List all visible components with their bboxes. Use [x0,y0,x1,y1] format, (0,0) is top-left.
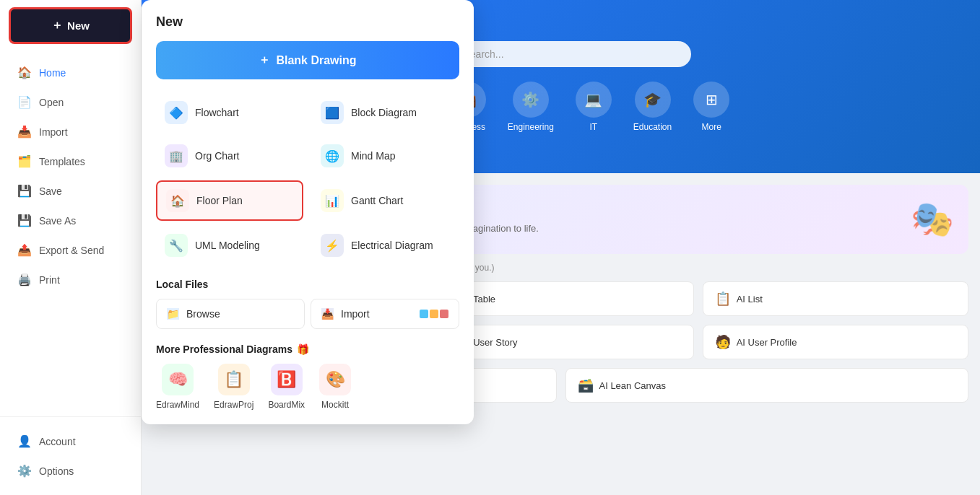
mind-map-label: Mind Map [351,150,395,162]
save-as-icon: 💾 [17,214,32,227]
import-icon: 📥 [17,125,32,139]
pro-app-boardmix[interactable]: 🅱️ BoardMix [268,364,305,410]
diagram-type-grid: 🔷 Flowchart 🟦 Block Diagram 🏢 Org Chart … [156,94,459,264]
gantt-chart-icon: 📊 [321,189,344,212]
templates-icon: 🗂️ [17,154,32,168]
dropdown-title: New [156,14,459,30]
gift-icon: 🎁 [297,343,309,355]
pro-app-edrawproj[interactable]: 📋 EdrawProj [214,364,253,410]
dot-3 [440,310,448,318]
electrical-diagram-icon: ⚡ [321,234,344,257]
education-label: Education [633,122,672,132]
print-icon: 🖨️ [17,273,32,286]
browse-icon: 📁 [167,308,179,320]
menu-item-org-chart[interactable]: 🏢 Org Chart [156,137,303,175]
sidebar-item-save-as[interactable]: 💾 Save As [6,206,135,235]
import-button[interactable]: 📥 Import [311,299,459,329]
sidebar-item-home-label: Home [39,67,66,79]
blank-drawing-plus-icon: ＋ [259,53,270,68]
sidebar-item-print[interactable]: 🖨️ Print [6,266,135,294]
menu-item-block-diagram[interactable]: 🟦 Block Diagram [312,94,459,131]
sidebar-item-home[interactable]: 🏠 Home [6,58,135,87]
ai-drawing-decoration: 🎭 [911,199,954,240]
pro-app-mockitt[interactable]: 🎨 Mockitt [319,364,351,410]
sidebar-item-account-label: Account [39,436,76,447]
block-diagram-icon: 🟦 [321,101,344,124]
pro-apps-row: 🧠 EdrawMind 📋 EdrawProj 🅱️ BoardMix 🎨 Mo… [156,364,459,410]
it-icon: 💻 [576,82,612,118]
category-education[interactable]: 🎓 Education [633,82,672,132]
menu-item-flowchart[interactable]: 🔷 Flowchart [156,94,303,131]
browse-button[interactable]: 📁 Browse [156,299,305,329]
flowchart-label: Flowchart [195,107,239,118]
category-it[interactable]: 💻 IT [576,82,612,132]
edrawmind-label: EdrawMind [156,400,199,410]
dot-1 [420,310,428,318]
menu-item-mind-map[interactable]: 🌐 Mind Map [312,137,459,175]
pro-diagrams-title-text: More Professional Diagrams [156,343,292,355]
sidebar-item-save-as-label: Save As [39,215,76,227]
local-files-row: 📁 Browse 📥 Import [156,299,459,329]
ai-lean-canvas-btn[interactable]: 🗃️ AI Lean Canvas [565,368,969,403]
menu-item-gantt-chart[interactable]: 📊 Gantt Chart [312,180,459,221]
save-icon: 💾 [17,184,32,198]
ai-user-profile-label: AI User Profile [737,337,797,348]
sidebar-item-account[interactable]: 👤 Account [6,427,135,455]
sidebar-item-options-label: Options [39,465,74,477]
blank-drawing-label: Blank Drawing [276,54,356,67]
ai-user-profile-btn[interactable]: 🧑 AI User Profile [703,325,968,359]
options-icon: ⚙️ [17,464,32,478]
mockitt-label: Mockitt [321,400,349,410]
sidebar-item-options[interactable]: ⚙️ Options [6,457,135,485]
floor-plan-label: Floor Plan [196,195,243,206]
mind-map-icon: 🌐 [321,144,344,167]
new-button-label: New [67,19,90,32]
uml-modeling-icon: 🔧 [165,234,188,257]
org-chart-label: Org Chart [195,150,239,162]
export-icon: 📤 [17,243,32,257]
sidebar: ＋ New 🏠 Home 📄 Open 📥 Import 🗂️ Template… [0,0,142,495]
ai-lean-canvas-icon: 🗃️ [578,377,594,393]
new-button[interactable]: ＋ New [9,7,132,44]
electrical-diagram-label: Electrical Diagram [351,240,433,251]
sidebar-item-save[interactable]: 💾 Save [6,177,135,205]
category-engineering[interactable]: ⚙️ Engineering [508,82,554,132]
local-files-title-text: Local Files [156,279,208,290]
more-label: More [702,122,721,132]
flowchart-icon: 🔷 [165,101,188,124]
ai-list-btn[interactable]: 📋 AI List [703,281,968,316]
dot-2 [430,310,438,318]
menu-item-electrical-diagram[interactable]: ⚡ Electrical Diagram [312,227,459,264]
more-icon: ⊞ [693,82,729,118]
gantt-chart-label: Gantt Chart [351,195,403,206]
ai-list-label: AI List [737,294,763,305]
browse-label: Browse [186,308,220,320]
open-icon: 📄 [17,95,32,109]
pro-app-edrawmind[interactable]: 🧠 EdrawMind [156,364,199,410]
education-icon: 🎓 [635,82,671,118]
sidebar-item-open[interactable]: 📄 Open [6,88,135,116]
account-icon: 👤 [17,434,32,448]
sidebar-item-open-label: Open [39,97,64,108]
it-label: IT [590,122,598,132]
menu-item-uml-modeling[interactable]: 🔧 UML Modeling [156,227,303,264]
sidebar-item-export-send[interactable]: 📤 Export & Send [6,236,135,264]
import-icon: 📥 [321,308,334,320]
sidebar-item-templates[interactable]: 🗂️ Templates [6,147,135,175]
sidebar-item-import[interactable]: 📥 Import [6,118,135,146]
floor-plan-icon: 🏠 [166,189,189,212]
category-more[interactable]: ⊞ More [693,82,729,132]
import-format-dots [420,310,448,318]
edrawproj-icon: 📋 [218,364,250,395]
ai-lean-canvas-label: AI Lean Canvas [599,380,667,391]
new-dropdown: New ＋ Blank Drawing 🔷 Flowchart 🟦 Block … [142,0,474,424]
blank-drawing-button[interactable]: ＋ Blank Drawing [156,41,459,79]
sidebar-item-print-label: Print [39,274,60,286]
pro-diagrams-section-title: More Professional Diagrams 🎁 [156,343,459,355]
edrawproj-label: EdrawProj [214,400,253,410]
engineering-icon: ⚙️ [513,82,549,118]
menu-item-floor-plan[interactable]: 🏠 Floor Plan [156,180,303,221]
edrawmind-icon: 🧠 [162,364,194,395]
uml-modeling-label: UML Modeling [195,240,260,251]
sidebar-nav: 🏠 Home 📄 Open 📥 Import 🗂️ Templates 💾 Sa… [0,51,141,416]
